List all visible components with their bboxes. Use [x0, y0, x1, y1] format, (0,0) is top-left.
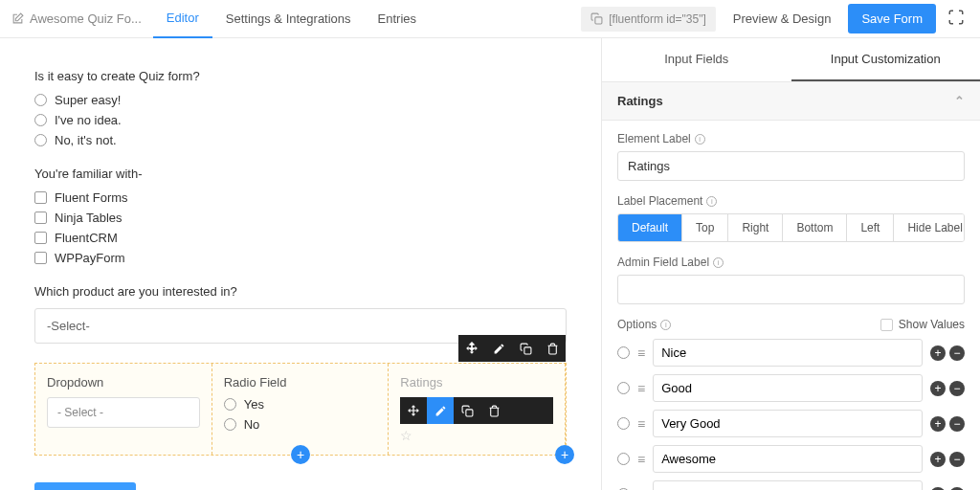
remove-option-button[interactable]: − [949, 381, 965, 396]
option-row: ≡+− [617, 374, 965, 402]
svg-rect-1 [523, 346, 530, 353]
remove-option-button[interactable]: − [949, 487, 965, 491]
option-input[interactable] [653, 374, 923, 402]
col-ratings[interactable]: Ratings ☆ + [389, 364, 566, 455]
drag-icon[interactable]: ≡ [637, 487, 645, 491]
option-row: ≡+− [617, 410, 965, 437]
col-dropdown[interactable]: Dropdown - Select - [35, 364, 212, 455]
radio-icon[interactable] [224, 418, 236, 431]
info-icon[interactable]: i [660, 320, 671, 330]
add-option-button[interactable]: + [930, 452, 946, 467]
add-option-button[interactable]: + [930, 345, 946, 361]
trash-icon[interactable] [539, 335, 566, 362]
trash-icon[interactable] [480, 397, 507, 424]
svg-rect-2 [466, 409, 473, 415]
copy-icon[interactable] [512, 335, 539, 362]
add-field-button[interactable]: + [555, 445, 574, 464]
checkbox-icon[interactable] [34, 232, 47, 244]
info-icon[interactable]: i [695, 134, 705, 145]
svg-rect-0 [595, 17, 602, 24]
submit-button[interactable]: Submit Form [34, 482, 136, 490]
option-input[interactable] [653, 410, 923, 437]
add-option-button[interactable]: + [930, 381, 946, 396]
tab-input-fields[interactable]: Input Fields [602, 38, 791, 81]
checkbox-icon[interactable] [34, 212, 47, 224]
field-toolbar [400, 397, 553, 424]
add-column-button[interactable]: + [291, 445, 310, 464]
tab-editor[interactable]: Editor [153, 0, 212, 38]
col3-label: Ratings [400, 375, 553, 390]
q1-label: Is it easy to create Quiz form? [34, 69, 567, 83]
question-2[interactable]: You're familiar with- Fluent Forms Ninja… [34, 167, 567, 265]
option-input[interactable] [653, 445, 923, 473]
radio-icon[interactable] [617, 346, 630, 359]
checkbox-icon[interactable] [34, 252, 47, 264]
radio-icon[interactable] [34, 94, 47, 106]
option-input[interactable] [653, 480, 923, 490]
chevron-up-icon: ⌃ [954, 94, 965, 108]
remove-option-button[interactable]: − [949, 416, 965, 432]
tab-input-customization[interactable]: Input Customization [791, 38, 981, 81]
radio-icon[interactable] [224, 398, 236, 411]
info-icon[interactable]: i [713, 257, 724, 268]
panel-header-ratings[interactable]: Ratings ⌃ [602, 82, 980, 121]
radio-icon[interactable] [34, 134, 47, 146]
form-name-text: Awesome Quiz Fo... [30, 11, 142, 26]
edit-icon[interactable] [427, 397, 454, 424]
drag-icon[interactable]: ≡ [637, 381, 645, 396]
radio-icon[interactable] [617, 417, 630, 430]
add-option-button[interactable]: + [930, 416, 946, 432]
container-toolbar [458, 335, 566, 362]
drag-icon[interactable]: ≡ [637, 452, 645, 467]
shortcode-box[interactable]: [fluentform id="35"] [581, 7, 716, 32]
drag-icon[interactable]: ≡ [637, 416, 645, 432]
form-name[interactable]: Awesome Quiz Fo... [0, 11, 153, 26]
label-placement-label: Label Placement [617, 194, 702, 208]
col2-no: No [244, 417, 260, 432]
options-label: Options [617, 318, 657, 331]
q1-opt-a: Super easy! [55, 93, 121, 107]
placement-bottom[interactable]: Bottom [783, 214, 847, 241]
admin-label-label: Admin Field Label [617, 256, 709, 269]
option-input[interactable] [653, 339, 923, 367]
save-button[interactable]: Save Form [848, 4, 936, 33]
element-label-input[interactable] [617, 151, 965, 181]
remove-option-button[interactable]: − [949, 452, 965, 467]
columns-container[interactable]: Dropdown - Select - Radio Field Yes No R… [34, 363, 567, 456]
radio-icon[interactable] [34, 114, 47, 126]
option-row: ≡+− [617, 339, 965, 367]
copy-icon [590, 12, 603, 25]
admin-label-input[interactable] [617, 275, 965, 304]
q2-label: You're familiar with- [34, 167, 567, 181]
placement-hide[interactable]: Hide Label [894, 214, 965, 241]
preview-button[interactable]: Preview & Design [724, 6, 841, 32]
tab-entries[interactable]: Entries [365, 0, 430, 38]
radio-icon[interactable] [617, 453, 630, 465]
drag-icon[interactable]: ≡ [637, 345, 645, 361]
add-option-button[interactable]: + [930, 487, 946, 491]
col2-label: Radio Field [224, 375, 377, 390]
checkbox-icon [880, 319, 893, 331]
remove-option-button[interactable]: − [949, 345, 965, 361]
checkbox-icon[interactable] [34, 191, 47, 204]
placement-top[interactable]: Top [682, 214, 728, 241]
placement-left[interactable]: Left [847, 214, 894, 241]
move-icon[interactable] [458, 335, 485, 362]
fullscreen-icon[interactable] [944, 5, 969, 33]
q1-opt-b: I've no idea. [55, 113, 122, 127]
placement-right[interactable]: Right [728, 214, 783, 241]
copy-icon[interactable] [454, 397, 480, 424]
info-icon[interactable]: i [706, 196, 717, 207]
q3-label: Which product are you interested in? [34, 284, 567, 299]
move-icon[interactable] [400, 397, 427, 424]
show-values-toggle[interactable]: Show Values [880, 318, 965, 331]
edit-icon[interactable] [485, 335, 512, 362]
tab-settings[interactable]: Settings & Integrations [212, 0, 365, 38]
col1-select[interactable]: - Select - [47, 397, 200, 428]
question-1[interactable]: Is it easy to create Quiz form? Super ea… [34, 69, 567, 147]
q2-opt-a: Fluent Forms [55, 190, 128, 205]
placement-default[interactable]: Default [618, 214, 682, 241]
col2-yes: Yes [244, 397, 264, 412]
col-radio[interactable]: Radio Field Yes No [212, 364, 390, 455]
radio-icon[interactable] [617, 382, 630, 394]
